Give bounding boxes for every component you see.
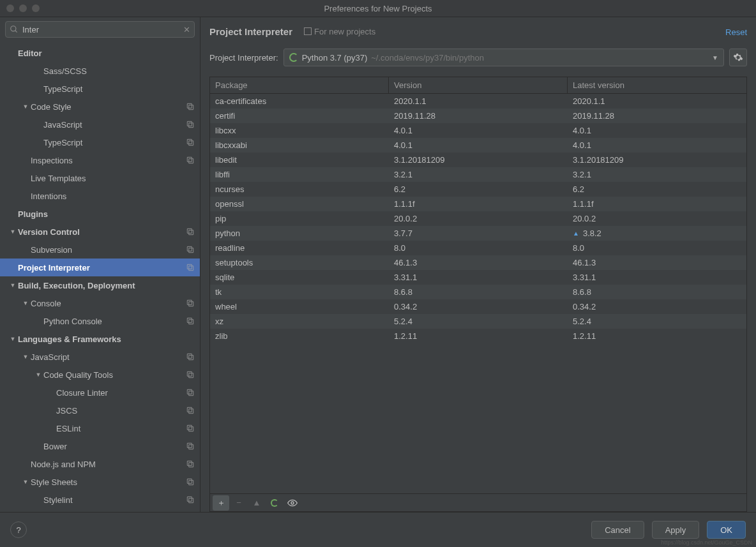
table-row[interactable]: xz5.2.45.2.4 (210, 314, 746, 329)
interpreter-settings-button[interactable] (729, 49, 747, 66)
table-row[interactable]: sqlite3.31.13.31.1 (210, 270, 746, 285)
sidebar-item-plugins[interactable]: Plugins (0, 205, 200, 223)
sidebar-item-build-execution-deployment[interactable]: ▼Build, Execution, Deployment (0, 276, 200, 294)
table-row[interactable]: libcxxabi4.0.14.0.1 (210, 138, 746, 153)
help-button[interactable]: ? (10, 521, 27, 538)
packages-table: Package Version Latest version ca-certif… (209, 77, 747, 512)
clear-search-icon[interactable]: ✕ (183, 25, 190, 34)
table-row[interactable]: libffi3.2.13.2.1 (210, 167, 746, 182)
sidebar-item-live-templates[interactable]: Live Templates (0, 169, 200, 187)
search-input[interactable] (22, 25, 179, 34)
search-box[interactable]: ✕ (5, 21, 195, 38)
upgrade-package-button[interactable]: ▲ (248, 495, 265, 511)
sidebar-item-sass-scss[interactable]: Sass/SCSS (0, 62, 200, 80)
col-latest[interactable]: Latest version (568, 77, 746, 93)
table-row[interactable]: libedit3.1.201812093.1.20181209 (210, 153, 746, 167)
table-header: Package Version Latest version (210, 77, 746, 94)
dialog-footer: ? Cancel Apply OK (0, 512, 756, 547)
svg-rect-15 (187, 264, 192, 269)
titlebar: Preferences for New Projects (0, 0, 756, 17)
sidebar-item-subversion[interactable]: Subversion (0, 241, 200, 259)
sidebar-item-node-js-and-npm[interactable]: Node.js and NPM (0, 455, 200, 473)
sidebar-item-label: Inspections (31, 156, 186, 165)
close-dot[interactable] (6, 4, 14, 12)
copy-scope-icon (186, 406, 195, 415)
table-row[interactable]: ncurses6.26.2 (210, 182, 746, 197)
sidebar-item-label: Subversion (31, 245, 186, 255)
copy-scope-icon (186, 317, 195, 326)
show-packages-button[interactable] (284, 495, 301, 511)
sidebar-item-typescript[interactable]: TypeScript (0, 80, 200, 98)
cancel-button[interactable]: Cancel (591, 521, 644, 539)
interpreter-path: ~/.conda/envs/py37/bin/python (371, 53, 484, 63)
cell-version: 1.1.1f (389, 199, 568, 209)
col-package[interactable]: Package (210, 77, 389, 93)
copy-scope-icon (186, 156, 195, 165)
eye-icon (287, 498, 298, 508)
sidebar-item-javascript[interactable]: ▼JavaScript (0, 348, 200, 366)
copy-scope-icon (186, 352, 195, 361)
interpreter-label: Project Interpreter: (209, 53, 278, 63)
table-row[interactable]: openssl1.1.1f1.1.1f (210, 197, 746, 211)
sidebar-item-intentions[interactable]: Intentions (0, 187, 200, 205)
svg-rect-6 (189, 141, 193, 146)
col-version[interactable]: Version (389, 77, 568, 93)
table-row[interactable]: tk8.6.88.6.8 (210, 285, 746, 299)
sidebar-item-typescript[interactable]: TypeScript (0, 133, 200, 151)
sidebar-item-languages-frameworks[interactable]: ▼Languages & Frameworks (0, 330, 200, 348)
svg-rect-8 (189, 159, 193, 163)
remove-package-button[interactable]: − (231, 495, 247, 511)
svg-rect-34 (189, 481, 193, 485)
page-subtitle: For new projects (304, 27, 375, 36)
copy-scope-icon (186, 424, 195, 433)
svg-rect-17 (187, 300, 192, 304)
svg-point-38 (291, 502, 294, 504)
sidebar-item-console[interactable]: ▼Console (0, 294, 200, 312)
gear-icon (733, 52, 743, 63)
table-row[interactable]: zlib1.2.111.2.11 (210, 329, 746, 343)
svg-rect-20 (189, 356, 193, 360)
refresh-button[interactable] (266, 495, 283, 511)
sidebar-item-code-quality-tools[interactable]: ▼Code Quality Tools (0, 366, 200, 384)
minimize-dot[interactable] (19, 4, 27, 12)
table-row[interactable]: ca-certificates2020.1.12020.1.1 (210, 94, 746, 109)
sidebar-item-version-control[interactable]: ▼Version Control (0, 223, 200, 241)
reset-link[interactable]: Reset (725, 27, 747, 37)
sidebar-item-label: Code Style (31, 102, 186, 112)
sidebar-item-stylelint[interactable]: Stylelint (0, 491, 200, 509)
svg-rect-37 (187, 497, 192, 501)
sidebar-item-editor[interactable]: Editor (0, 44, 200, 62)
window-controls[interactable] (6, 4, 40, 12)
apply-button[interactable]: Apply (652, 521, 700, 539)
copy-scope-icon (186, 138, 195, 147)
table-row[interactable]: readline8.08.0 (210, 241, 746, 255)
sidebar-item-bower[interactable]: Bower (0, 437, 200, 455)
sidebar-item-jscs[interactable]: JSCS (0, 401, 200, 419)
add-package-button[interactable]: ＋ (213, 495, 229, 511)
table-row[interactable]: python3.7.7▲3.8.2 (210, 226, 746, 241)
ok-button[interactable]: OK (707, 521, 746, 539)
table-row[interactable]: libcxx4.0.14.0.1 (210, 123, 746, 138)
cell-version: 1.2.11 (389, 331, 568, 341)
sidebar-item-style-sheets[interactable]: ▼Style Sheets (0, 473, 200, 491)
cell-version: 20.0.2 (389, 214, 568, 223)
sidebar-item-label: Project Interpreter (18, 263, 186, 273)
sidebar-item-code-style[interactable]: ▼Code Style (0, 98, 200, 116)
svg-rect-12 (189, 248, 193, 253)
table-row[interactable]: wheel0.34.20.34.2 (210, 299, 746, 314)
table-row[interactable]: certifi2019.11.282019.11.28 (210, 109, 746, 123)
zoom-dot[interactable] (32, 4, 40, 12)
sidebar-item-inspections[interactable]: Inspections (0, 151, 200, 169)
table-row[interactable]: pip20.0.220.0.2 (210, 211, 746, 226)
sidebar-item-closure-linter[interactable]: Closure Linter (0, 384, 200, 401)
svg-rect-28 (189, 427, 193, 431)
sidebar-item-project-interpreter[interactable]: Project Interpreter (0, 259, 200, 276)
sidebar-item-eslint[interactable]: ESLint (0, 419, 200, 437)
table-row[interactable]: setuptools46.1.346.1.3 (210, 255, 746, 270)
cell-package: tk (210, 287, 389, 297)
interpreter-dropdown[interactable]: Python 3.7 (py37) ~/.conda/envs/py37/bin… (284, 49, 724, 66)
sidebar-item-python-console[interactable]: Python Console (0, 312, 200, 330)
sidebar-item-javascript[interactable]: JavaScript (0, 116, 200, 133)
sidebar-item-label: TypeScript (43, 84, 195, 94)
sidebar: ✕ EditorSass/SCSSTypeScript▼Code StyleJa… (0, 17, 200, 512)
